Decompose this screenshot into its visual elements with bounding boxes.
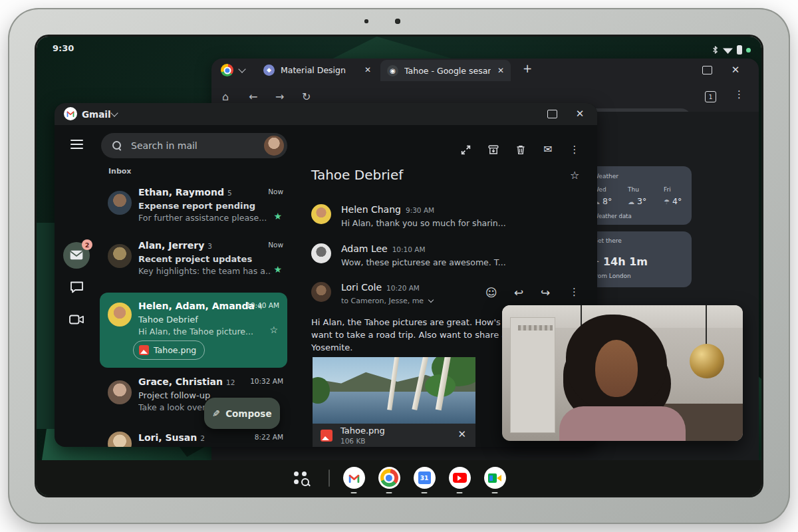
video-camera-icon <box>69 315 84 325</box>
search-bar[interactable]: Search in mail <box>101 133 287 158</box>
material-design-favicon: ◆ <box>263 65 275 76</box>
tahoe-tab-favicon: ◉ <box>387 65 398 76</box>
message-overflow-button[interactable]: ⋮ <box>569 286 579 298</box>
message-row[interactable]: Helen Chang9:30 AM Hi Alan, thank you so… <box>341 203 506 228</box>
star-icon[interactable]: ☆ <box>269 325 278 335</box>
weather-day: Thu ☁ 3° <box>628 186 646 206</box>
email-time: 10:32 AM <box>250 377 283 385</box>
video-call-window[interactable] <box>502 305 743 441</box>
email-row[interactable]: Lori, Susan2 <box>138 431 205 444</box>
star-icon[interactable]: ★ <box>273 264 282 275</box>
maximize-button[interactable] <box>699 62 715 78</box>
sender-avatar[interactable] <box>311 204 331 224</box>
chevron-down-icon[interactable] <box>238 65 245 72</box>
wifi-icon <box>723 46 733 54</box>
travel-card[interactable]: Get there ✈ 14h 1m from London <box>584 231 692 287</box>
home-button[interactable]: ⌂ <box>222 90 229 103</box>
star-icon[interactable]: ★ <box>273 211 282 221</box>
tab-close-icon[interactable]: ✕ <box>364 66 371 74</box>
tab-close-icon[interactable]: ✕ <box>497 66 504 74</box>
app-youtube[interactable] <box>449 467 471 489</box>
emoji-reaction-button[interactable]: ☺ <box>485 286 497 299</box>
tab-tahoe-search[interactable]: ◉ Tahoe - Google sesarch ✕ <box>380 60 511 81</box>
tab-counter-button[interactable]: 1 <box>705 91 716 102</box>
reload-button[interactable]: ↻ <box>302 90 311 103</box>
gmail-app-icon <box>64 107 77 120</box>
thread-overflow-button[interactable]: ⋮ <box>567 142 583 158</box>
sender-avatar[interactable] <box>311 243 331 263</box>
forward-button[interactable]: ↪ <box>541 286 550 299</box>
close-button[interactable]: ✕ <box>728 62 743 78</box>
app-drawer-button[interactable] <box>293 469 310 487</box>
message-row[interactable]: Adam Lee10:10 AM Wow, these picturese ar… <box>341 242 506 267</box>
email-row-selected[interactable]: Helen, Adam, Amanda4 Tahoe Debrief Hi Al… <box>100 293 287 368</box>
menu-button[interactable] <box>70 137 83 152</box>
close-button[interactable]: ✕ <box>572 106 588 122</box>
chat-icon <box>70 281 84 293</box>
nav-mail-button[interactable]: 2 <box>63 242 90 269</box>
overflow-menu-button[interactable]: ⋮ <box>734 90 744 100</box>
sender-avatar[interactable] <box>108 191 132 215</box>
pendant-lamp <box>690 344 724 378</box>
compose-button[interactable]: ✎ Compose <box>204 398 280 429</box>
new-tab-button[interactable]: + <box>523 63 532 74</box>
message-row[interactable]: Lori Cole10:20 AM to Cameron, Jesse, me <box>341 281 433 305</box>
search-icon <box>112 141 122 151</box>
attachment-chip[interactable]: Tahoe.png <box>133 340 205 360</box>
weather-card[interactable]: Weather Wed ☁ 8° Thu ☁ 3° Fri ☂ 4° Weath… <box>584 166 692 225</box>
tablet-screen: 9:30 ◆ Material Design ✕ ◉ Tahoe - Googl… <box>37 37 761 495</box>
sender-avatar[interactable] <box>108 380 132 404</box>
gmail-window-header[interactable]: Gmail ✕ <box>55 103 597 125</box>
app-meet[interactable] <box>484 467 506 489</box>
mark-unread-button[interactable]: ✉ <box>540 142 556 158</box>
sender-avatar[interactable] <box>108 244 132 268</box>
reply-button[interactable]: ↩ <box>514 286 523 299</box>
email-time: 8:22 AM <box>255 433 283 441</box>
call-participant-sweater <box>559 406 686 441</box>
travel-origin: from London <box>593 273 631 279</box>
tab-material-design[interactable]: ◆ Material Design ✕ <box>257 59 378 81</box>
nav-meet-button[interactable] <box>69 315 84 325</box>
travel-title: Get there <box>593 237 622 244</box>
chrome-icon <box>380 469 398 487</box>
nav-chat-button[interactable] <box>70 281 84 293</box>
archive-button[interactable] <box>485 142 501 158</box>
bluetooth-icon <box>712 45 719 55</box>
sender-avatar[interactable] <box>311 282 331 302</box>
back-button[interactable]: ← <box>249 90 257 103</box>
thread-star-icon[interactable]: ☆ <box>570 169 579 182</box>
email-time: Now <box>268 188 283 196</box>
calendar-icon: 31 <box>418 471 431 484</box>
air-vent <box>518 325 553 331</box>
pendant-lamp <box>706 305 707 346</box>
chrome-menu-icon[interactable] <box>221 64 233 76</box>
email-row[interactable]: Alan, Jerrery3 Recent project updates Ke… <box>138 239 289 285</box>
camera-dot <box>364 19 368 23</box>
email-row[interactable]: Ethan, Raymond5 Expense report pending F… <box>138 186 289 232</box>
search-placeholder: Search in mail <box>131 140 198 151</box>
attachment-card[interactable]: Tahoe.png 106 KB ✕ <box>313 357 475 447</box>
tablet-device: 9:30 ◆ Material Design ✕ ◉ Tahoe - Googl… <box>0 0 798 532</box>
attachment-close-button[interactable]: ✕ <box>458 430 466 440</box>
chrome-tab-strip: ◆ Material Design ✕ ◉ Tahoe - Google ses… <box>211 59 759 81</box>
forward-button[interactable]: → <box>275 90 284 103</box>
sender-avatar <box>108 303 132 327</box>
running-indicator <box>351 492 357 493</box>
chevron-down-icon[interactable] <box>428 297 433 303</box>
door <box>510 317 555 433</box>
chevron-down-icon[interactable] <box>110 109 118 116</box>
email-time: Now <box>268 241 283 249</box>
app-gmail[interactable] <box>343 467 365 489</box>
expand-button[interactable] <box>458 142 473 158</box>
app-calendar[interactable]: 31 <box>414 467 436 489</box>
compose-label: Compose <box>225 408 271 419</box>
attachment-image <box>313 357 475 424</box>
app-chrome[interactable] <box>378 467 400 489</box>
taskbar: 31 <box>37 460 761 495</box>
profile-avatar[interactable] <box>264 136 284 156</box>
running-indicator <box>457 492 463 493</box>
maximize-button[interactable] <box>544 106 560 122</box>
delete-button[interactable] <box>513 142 529 158</box>
tab-title: Material Design <box>281 65 358 75</box>
sender-avatar[interactable] <box>108 432 132 447</box>
